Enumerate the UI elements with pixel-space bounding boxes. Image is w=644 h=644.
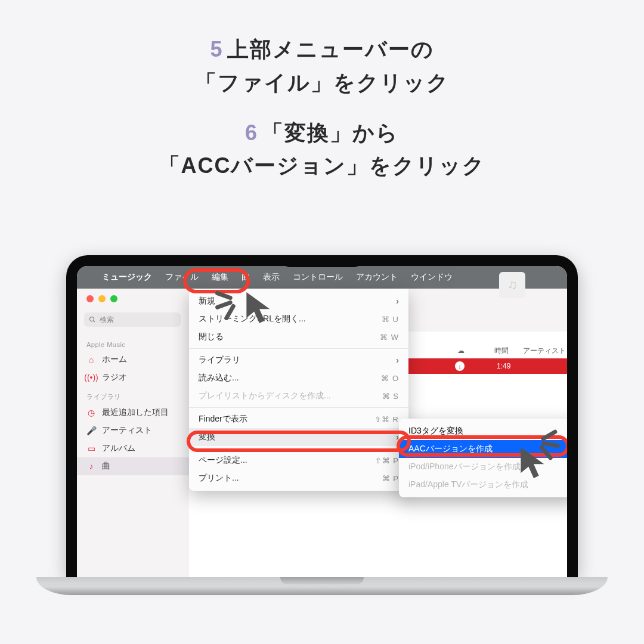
menu-item-label: ストリーミングURLを開く... bbox=[199, 314, 306, 324]
step-5-number: 5 bbox=[210, 37, 223, 61]
shortcut: ⌘ P bbox=[382, 474, 399, 483]
menubar-control[interactable]: コントロール bbox=[293, 272, 343, 283]
file-menu-dropdown: 新規 › ストリーミングURLを開く... ⌘ U 閉じる ⌘ W ライブラリ … bbox=[189, 289, 408, 491]
menubar-window[interactable]: ウインドウ bbox=[411, 272, 453, 283]
menu-item-label: ライブラリ bbox=[199, 355, 240, 366]
sidebar-item-label: ラジオ bbox=[102, 372, 127, 383]
menu-item-label: 閉じる bbox=[199, 332, 224, 342]
menu-item-print[interactable]: プリント... ⌘ P bbox=[189, 469, 408, 487]
submenu-item-ipad: iPad/Apple TVバージョンを作成 bbox=[399, 476, 567, 494]
search-input[interactable]: 検索 bbox=[84, 312, 181, 327]
radio-icon: ((•)) bbox=[86, 373, 96, 382]
download-icon[interactable]: ↓ bbox=[455, 361, 465, 371]
menubar-edit[interactable]: 編集 bbox=[212, 272, 228, 283]
instruction-text: 5上部メニューバーの 「ファイル」をクリック 6「変換」から 「ACCバージョン… bbox=[0, 0, 644, 182]
sidebar-item-song[interactable]: ♪ 曲 bbox=[77, 457, 189, 475]
menu-item-label: プレイリストからディスクを作成... bbox=[199, 391, 331, 401]
submenu-item-aac[interactable]: AACバージョンを作成 bbox=[399, 440, 567, 458]
step-5-line1: 上部メニューバーの bbox=[227, 37, 434, 61]
menubar-app-name[interactable]: ミュージック bbox=[102, 272, 152, 283]
sidebar-item-label: アーティスト bbox=[102, 425, 152, 436]
menu-item-label: AACバージョンを作成 bbox=[408, 444, 493, 454]
sidebar-section-library: ライブラリ bbox=[77, 386, 189, 404]
sidebar-item-label: 曲 bbox=[102, 461, 110, 472]
menu-item-label: 新規 bbox=[199, 296, 215, 306]
menu-item-burn: プレイリストからディスクを作成... ⌘ S bbox=[189, 387, 408, 405]
menubar-song[interactable]: 曲 bbox=[242, 272, 250, 283]
shortcut: ⌘ U bbox=[382, 315, 399, 324]
minimize-window-button[interactable] bbox=[98, 295, 106, 302]
menu-item-label: Finderで表示 bbox=[199, 414, 247, 425]
menu-item-label: 読み込む... bbox=[199, 373, 239, 383]
search-placeholder: 検索 bbox=[100, 315, 114, 325]
menu-item-label: ID3タグを変換 bbox=[408, 426, 463, 436]
home-icon: ⌂ bbox=[86, 355, 96, 364]
sidebar: Apple Music ⌂ ホーム ((•)) ラジオ ライブラリ ◷ 最近追加… bbox=[77, 332, 189, 577]
chevron-right-icon: › bbox=[396, 355, 399, 365]
laptop-frame: ミュージック ファイル 編集 曲 表示 コントロール アカウント ウインドウ 検… bbox=[66, 255, 578, 595]
notch bbox=[283, 255, 361, 267]
convert-submenu: ID3タグを変換 AACバージョンを作成 iPod/iPhoneバージョンを作成… bbox=[399, 419, 567, 497]
shortcut: ⌘ W bbox=[380, 333, 399, 342]
menu-item-page-setup[interactable]: ページ設定... ⇧⌘ P bbox=[189, 451, 408, 469]
sidebar-item-recent[interactable]: ◷ 最近追加した項目 bbox=[77, 404, 189, 422]
menu-item-label: iPad/Apple TVバージョンを作成 bbox=[408, 479, 528, 490]
menu-item-import[interactable]: 読み込む... ⌘ O bbox=[189, 369, 408, 387]
menu-item-label: ページ設定... bbox=[199, 455, 247, 466]
sidebar-section-applemusic: Apple Music bbox=[77, 335, 189, 351]
shortcut: ⌘ O bbox=[381, 374, 399, 383]
menu-item-new[interactable]: 新規 › bbox=[189, 292, 408, 310]
album-icon: ▭ bbox=[86, 444, 96, 453]
step-6-number: 6 bbox=[245, 120, 258, 145]
sidebar-item-label: アルバム bbox=[102, 443, 135, 454]
svg-point-0 bbox=[90, 317, 94, 321]
step-6-line2: 「ACCバージョン」をクリック bbox=[159, 153, 486, 178]
step-5-line2: 「ファイル」をクリック bbox=[195, 70, 450, 95]
search-icon bbox=[89, 316, 96, 323]
cloud-icon: ☁︎ bbox=[457, 346, 465, 355]
menu-item-close[interactable]: 閉じる ⌘ W bbox=[189, 328, 408, 346]
sidebar-item-home[interactable]: ⌂ ホーム bbox=[77, 351, 189, 369]
clock-icon: ◷ bbox=[86, 408, 96, 417]
column-artist: アーティスト bbox=[523, 346, 566, 356]
menubar-account[interactable]: アカウント bbox=[356, 272, 398, 283]
shortcut: ⌘ S bbox=[382, 392, 399, 401]
menubar-file[interactable]: ファイル bbox=[165, 272, 199, 283]
fullscreen-window-button[interactable] bbox=[110, 295, 117, 302]
chevron-right-icon: › bbox=[396, 296, 399, 306]
mic-icon: 🎤 bbox=[86, 426, 96, 435]
submenu-item-id3[interactable]: ID3タグを変換 bbox=[399, 422, 567, 440]
menu-item-open-stream[interactable]: ストリーミングURLを開く... ⌘ U bbox=[189, 310, 408, 328]
svg-line-1 bbox=[94, 321, 95, 323]
menu-item-label: iPod/iPhoneバージョンを作成 bbox=[408, 462, 521, 472]
song-icon: ♪ bbox=[86, 462, 96, 471]
menu-item-label: プリント... bbox=[199, 473, 239, 484]
menu-item-convert[interactable]: 変換 › bbox=[189, 428, 408, 446]
macos-menubar: ミュージック ファイル 編集 曲 表示 コントロール アカウント ウインドウ bbox=[77, 266, 567, 289]
shortcut: ⇧⌘ P bbox=[375, 456, 399, 465]
close-window-button[interactable] bbox=[86, 295, 94, 302]
now-playing-art: ♫ bbox=[499, 272, 525, 298]
submenu-item-ipod: iPod/iPhoneバージョンを作成 bbox=[399, 458, 567, 476]
menu-item-reveal-finder[interactable]: Finderで表示 ⇧⌘ R bbox=[189, 410, 408, 428]
column-time: 時間 bbox=[494, 346, 509, 356]
step-6-line1: 「変換」から bbox=[262, 120, 399, 145]
menubar-view[interactable]: 表示 bbox=[263, 272, 280, 283]
menu-item-label: 変換 bbox=[199, 432, 215, 442]
sidebar-item-artist[interactable]: 🎤 アーティスト bbox=[77, 422, 189, 439]
menu-item-library[interactable]: ライブラリ › bbox=[189, 351, 408, 369]
sidebar-item-album[interactable]: ▭ アルバム bbox=[77, 439, 189, 457]
laptop-base bbox=[36, 577, 608, 595]
track-time: 1:49 bbox=[497, 362, 510, 370]
sidebar-item-label: 最近追加した項目 bbox=[102, 407, 169, 418]
sidebar-item-label: ホーム bbox=[102, 354, 127, 365]
sidebar-item-radio[interactable]: ((•)) ラジオ bbox=[77, 369, 189, 386]
shortcut: ⇧⌘ R bbox=[374, 415, 399, 424]
